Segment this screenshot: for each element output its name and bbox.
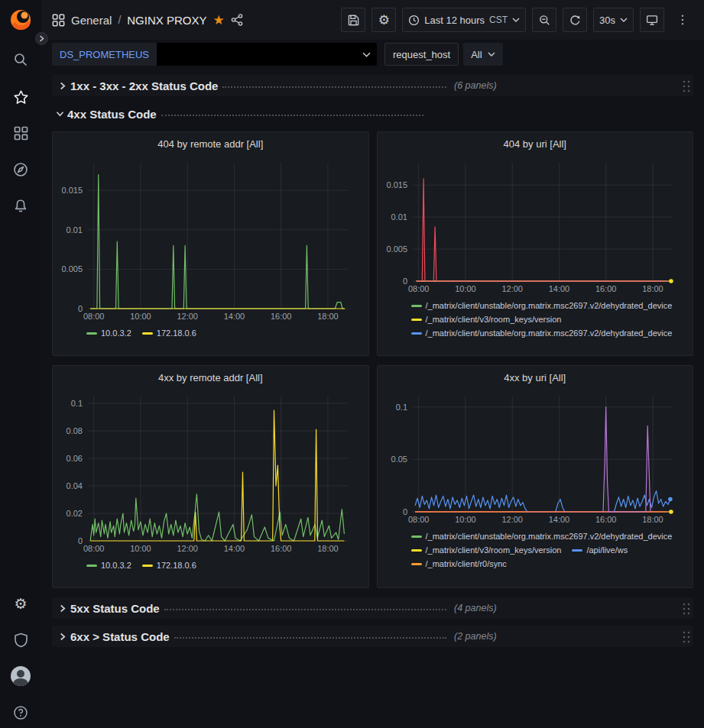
svg-text:0: 0 bbox=[78, 304, 83, 313]
timeseries-chart[interactable]: 00.0050.010.01508:0010:0012:0014:0016:00… bbox=[54, 155, 358, 322]
svg-text:18:00: 18:00 bbox=[642, 284, 663, 293]
sidebar-expand-button[interactable] bbox=[35, 32, 48, 45]
grafana-logo[interactable] bbox=[8, 6, 34, 32]
legend-item[interactable]: /_matrix/client/v3/room_keys/version bbox=[411, 545, 562, 555]
legend-item[interactable]: /_matrix/client/v3/room_keys/version bbox=[411, 315, 562, 324]
row-drag-handle[interactable] bbox=[681, 79, 690, 92]
row-header-5xx[interactable]: 5xx Status Code (4 panels) bbox=[52, 597, 693, 619]
panel-title[interactable]: 4xx by remote addr [All] bbox=[53, 366, 368, 389]
svg-text:10:00: 10:00 bbox=[455, 284, 476, 293]
legend-item[interactable]: /_matrix/client/unstable/org.matrix.msc2… bbox=[411, 301, 673, 310]
gear-icon: ⚙ bbox=[378, 14, 390, 27]
user-avatar bbox=[11, 666, 31, 686]
chevron-right-icon bbox=[55, 82, 70, 90]
chevron-right-icon bbox=[55, 633, 70, 641]
timeseries-chart[interactable]: 00.0050.010.01508:0010:0012:0014:0016:00… bbox=[379, 155, 683, 294]
request-host-variable-select[interactable]: All bbox=[463, 43, 502, 66]
sidebar-item-profile[interactable] bbox=[0, 661, 41, 691]
legend-series-label: /_matrix/client/unstable/org.matrix.msc2… bbox=[426, 301, 673, 310]
row-title: 1xx - 3xx - 2xx Status Code bbox=[70, 79, 218, 92]
timeseries-chart[interactable]: 00.050.108:0010:0012:0014:0016:0018:00 bbox=[379, 389, 683, 525]
legend-series-label: /_matrix/client/unstable/org.matrix.msc2… bbox=[426, 532, 673, 541]
request-host-variable: request_host All bbox=[384, 43, 503, 66]
svg-text:18:00: 18:00 bbox=[317, 312, 339, 321]
grafana-app: ⚙ General / NGINX PROXY bbox=[0, 0, 704, 728]
panel-legend: 10.0.3.2172.18.0.6 bbox=[54, 325, 364, 340]
datasource-variable-label[interactable]: DS_PROMETHEUS bbox=[52, 43, 157, 66]
panel-title[interactable]: 404 by remote addr [All] bbox=[53, 132, 368, 155]
legend-series-swatch bbox=[572, 549, 582, 552]
bell-icon bbox=[13, 199, 28, 214]
zoom-out-time-button[interactable] bbox=[532, 8, 556, 32]
dashboard-canvas: 1xx - 3xx - 2xx Status Code (6 panels) 4… bbox=[41, 69, 704, 728]
refresh-button[interactable] bbox=[563, 8, 587, 32]
panel-title-text: 4xx by remote addr [All] bbox=[158, 372, 263, 383]
legend-item[interactable]: 10.0.3.2 bbox=[86, 328, 131, 338]
chevron-down-icon bbox=[620, 18, 628, 22]
panel-grid: 404 by remote addr [All] 00.0050.010.015… bbox=[52, 131, 693, 588]
sidebar-item-explore[interactable] bbox=[0, 154, 41, 185]
legend-item[interactable]: 172.18.0.6 bbox=[142, 561, 196, 570]
legend-series-swatch bbox=[411, 305, 422, 307]
panel-404-by-uri: 404 by uri [All] 00.0050.010.01508:0010:… bbox=[377, 131, 694, 356]
svg-text:18:00: 18:00 bbox=[642, 515, 663, 524]
svg-text:0.04: 0.04 bbox=[67, 481, 83, 490]
sidebar-item-starred[interactable] bbox=[0, 82, 41, 112]
legend-series-swatch bbox=[86, 565, 97, 567]
row-header-6xx[interactable]: 6xx > Status Code (2 panels) bbox=[52, 626, 693, 647]
svg-text:10:00: 10:00 bbox=[455, 515, 476, 524]
datasource-variable-select[interactable] bbox=[157, 43, 377, 66]
svg-text:16:00: 16:00 bbox=[595, 284, 616, 293]
breadcrumb-dashboard-title[interactable]: NGINX PROXY bbox=[127, 14, 206, 27]
sidebar-item-search[interactable] bbox=[0, 44, 41, 75]
legend-series-swatch bbox=[411, 549, 422, 552]
panel-4xx-by-remote-addr: 4xx by remote addr [All] 00.020.040.060.… bbox=[52, 365, 369, 588]
legend-series-label: 10.0.3.2 bbox=[101, 561, 131, 570]
row-header-4xx[interactable]: 4xx Status Code bbox=[52, 103, 693, 125]
row-drag-handle[interactable] bbox=[681, 601, 690, 615]
favorite-star-icon[interactable]: ★ bbox=[212, 14, 224, 27]
sidebar-item-dashboards[interactable] bbox=[0, 118, 41, 148]
svg-text:0.1: 0.1 bbox=[71, 399, 83, 408]
panel-legend: 10.0.3.2172.18.0.6 bbox=[54, 557, 364, 572]
sidebar-item-alerting[interactable] bbox=[0, 191, 41, 222]
legend-item[interactable]: 172.18.0.6 bbox=[142, 328, 196, 338]
refresh-interval-dropdown[interactable]: 30s bbox=[593, 8, 634, 32]
dashboard-settings-button[interactable]: ⚙ bbox=[371, 8, 396, 32]
row-title: 4xx Status Code bbox=[67, 108, 157, 121]
row-panel-count: (2 panels) bbox=[454, 631, 497, 642]
legend-item[interactable]: 10.0.3.2 bbox=[86, 561, 131, 570]
time-range-picker[interactable]: Last 12 hours CST bbox=[402, 8, 526, 32]
timeseries-chart[interactable]: 00.020.040.060.080.108:0010:0012:0014:00… bbox=[54, 389, 358, 554]
sidebar-item-help[interactable] bbox=[0, 697, 41, 728]
svg-text:08:00: 08:00 bbox=[83, 312, 105, 321]
legend-item[interactable]: /_matrix/client/r0/sync bbox=[411, 559, 507, 568]
svg-text:12:00: 12:00 bbox=[501, 515, 523, 524]
dashboard-variables-bar: DS_PROMETHEUS request_host All bbox=[41, 40, 704, 69]
panel-title[interactable]: 4xx by uri [All] bbox=[378, 366, 693, 389]
tv-mode-button[interactable] bbox=[640, 8, 664, 32]
sidebar-item-server-admin[interactable] bbox=[0, 625, 41, 655]
search-icon bbox=[13, 52, 28, 67]
share-icon[interactable] bbox=[231, 14, 243, 26]
legend-item[interactable]: /_matrix/client/unstable/org.matrix.msc2… bbox=[411, 328, 673, 338]
panel-title[interactable]: 404 by uri [All] bbox=[378, 132, 693, 155]
refresh-icon bbox=[569, 15, 581, 26]
svg-text:14:00: 14:00 bbox=[548, 515, 569, 524]
gear-icon: ⚙ bbox=[14, 597, 27, 611]
request-host-variable-label[interactable]: request_host bbox=[384, 43, 459, 66]
legend-series-label: 172.18.0.6 bbox=[157, 561, 196, 570]
legend-item[interactable]: /api/live/ws bbox=[572, 545, 628, 555]
row-drag-handle[interactable] bbox=[681, 629, 690, 643]
svg-text:0.01: 0.01 bbox=[67, 225, 83, 235]
sidebar-item-configuration[interactable]: ⚙ bbox=[0, 588, 41, 619]
legend-item[interactable]: /_matrix/client/unstable/org.matrix.msc2… bbox=[411, 532, 673, 541]
svg-text:0.02: 0.02 bbox=[67, 509, 83, 518]
breadcrumb-folder[interactable]: General bbox=[71, 14, 112, 27]
save-dashboard-button[interactable] bbox=[341, 8, 365, 32]
legend-series-swatch bbox=[142, 565, 153, 567]
svg-text:0.015: 0.015 bbox=[61, 186, 83, 195]
svg-text:0.005: 0.005 bbox=[386, 244, 407, 254]
row-header-1xx-3xx-2xx[interactable]: 1xx - 3xx - 2xx Status Code (6 panels) bbox=[52, 75, 693, 96]
more-options-kebab[interactable]: ⋮ bbox=[670, 8, 695, 32]
